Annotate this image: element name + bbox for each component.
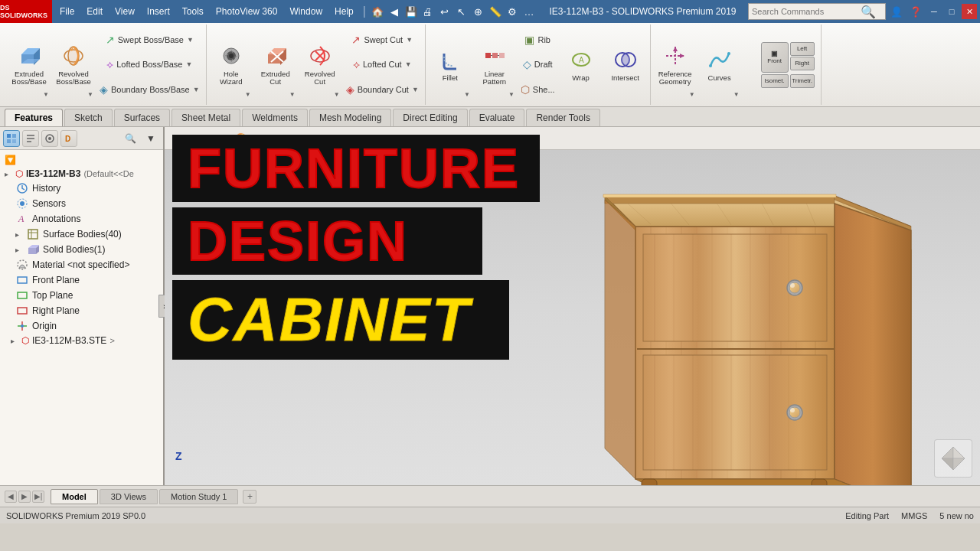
revolved-boss-btn[interactable]: RevolvedBoss/Base ▼ [52,31,95,99]
menu-insert[interactable]: Insert [141,0,176,23]
fillet-arrow[interactable]: ▼ [464,91,470,98]
swept-boss-btn[interactable]: ↗ Swept Boss/Base ▼ [96,29,203,51]
nav-next-btn[interactable]: ▶ [18,491,31,503]
cursor-btn[interactable]: ↖ [453,4,470,19]
gear-btn[interactable]: ⚙ [504,4,521,19]
tree-item-history[interactable]: History [0,181,163,196]
boundary-cut-arrow[interactable]: ▼ [412,86,419,93]
orientation-cube[interactable] [934,439,972,478]
tab-sketch[interactable]: Sketch [64,109,113,126]
extrude-dropdown[interactable]: ▼ [43,91,49,98]
undo-btn[interactable]: ↩ [436,4,453,19]
vp-more-btn[interactable]: … [276,130,293,147]
dots-btn[interactable]: … [521,4,537,19]
fillet-btn[interactable]: Fillet ▼ [429,31,472,99]
linear-pattern-arrow[interactable]: ▼ [508,91,514,98]
help-btn[interactable]: ❓ [907,4,924,19]
hole-wizard-btn[interactable]: HoleWizard ▼ [210,31,253,99]
tab-features[interactable]: Features [5,109,63,126]
boundary-boss-btn[interactable]: ◈ Boundary Boss/Base ▼ [96,79,203,100]
vp-zoom-fit-btn[interactable]: ⊡ [169,130,186,147]
sidebar-filter-btn[interactable]: ▼ [142,130,160,147]
menu-window[interactable]: Window [283,0,328,23]
tree-root-item[interactable]: ▸ ⬡ IE3-112M-B3 (Default<<De [0,167,163,181]
tree-item-origin[interactable]: Origin [0,318,163,334]
boundary-boss-arrow[interactable]: ▼ [193,86,200,93]
measure-btn[interactable]: 📏 [487,4,504,19]
back-btn[interactable]: ◀ [386,4,403,19]
rib-btn[interactable]: ▣ Rib [518,29,558,51]
tree-item-top-plane[interactable]: Top Plane [0,288,163,303]
tab-motion-study[interactable]: Motion Study 1 [159,489,238,504]
boundary-cut-btn[interactable]: ◈ Boundary Cut ▼ [343,79,422,100]
intersect-btn[interactable]: Intersect [604,31,647,99]
feature-tree-btn[interactable] [3,130,20,147]
tab-model[interactable]: Model [51,489,98,504]
hole-wizard-arrow[interactable]: ▼ [245,91,251,98]
swept-boss-arrow[interactable]: ▼ [187,36,194,44]
menu-file[interactable]: File [54,0,80,23]
step-expand[interactable]: ▸ [11,337,18,345]
tree-item-surface-bodies[interactable]: ▸ Surface Bodies(40) [0,227,163,242]
tab-direct-editing[interactable]: Direct Editing [393,109,467,126]
tree-item-front-plane[interactable]: Front Plane [0,272,163,288]
swept-cut-arrow[interactable]: ▼ [406,36,413,44]
vp-hide-show-btn[interactable]: 👁 [212,130,229,147]
root-expand[interactable]: ▸ [5,170,12,178]
curves-btn[interactable]: Curves ▼ [698,31,741,99]
reference-btn[interactable]: ReferenceGeometry ▼ [654,31,697,99]
revolve-cut-arrow[interactable]: ▼ [334,91,340,98]
lofted-boss-arrow[interactable]: ▼ [185,60,192,68]
menu-edit[interactable]: Edit [80,0,109,23]
view-right-btn[interactable]: Right [790,57,815,70]
vp-appearance-btn[interactable]: 🎨 [234,130,250,147]
minimize-btn[interactable]: ─ [926,4,942,19]
linear-pattern-btn[interactable]: LinearPattern ▼ [473,31,516,99]
lofted-cut-arrow[interactable]: ▼ [405,60,412,68]
user-btn[interactable]: 👤 [888,4,905,19]
curves-arrow[interactable]: ▼ [733,91,740,98]
view-front-btn[interactable]: ▣ Front [761,42,789,73]
draft-btn[interactable]: ◇ Draft [518,54,558,75]
tab-sheet-metal[interactable]: Sheet Metal [172,109,240,126]
menu-view[interactable]: View [109,0,141,23]
extruded-boss-btn[interactable]: ExtrudedBoss/Base ▼ [8,31,51,99]
solid-bodies-expand[interactable]: ▸ [15,246,23,254]
tree-item-solid-bodies[interactable]: ▸ Solid Bodies(1) [0,242,163,257]
wrap-btn[interactable]: A Wrap [560,31,603,99]
vp-view-settings-btn[interactable]: ◉ [191,130,207,147]
reference-arrow[interactable]: ▼ [689,91,695,98]
nav-end-btn[interactable]: ▶| [32,491,44,503]
tree-item-material[interactable]: Material <not specified> [0,257,163,272]
lofted-cut-btn[interactable]: ⟡ Lofted Cut ▼ [343,54,422,75]
tab-evaluate[interactable]: Evaluate [469,109,525,126]
tab-mesh-modeling[interactable]: Mesh Modeling [309,109,391,126]
swept-cut-btn[interactable]: ↗ Swept Cut ▼ [343,29,422,51]
print-btn[interactable]: 🖨 [420,4,436,19]
tab-weldments[interactable]: Weldments [242,109,308,126]
maximize-btn[interactable]: □ [944,4,959,19]
menu-tools[interactable]: Tools [176,0,210,23]
dimxpert-btn[interactable]: D [60,130,77,147]
surface-bodies-expand[interactable]: ▸ [15,230,23,239]
add-tab-btn[interactable]: + [243,490,256,504]
extruded-cut-btn[interactable]: ExtrudedCut ▼ [254,31,297,99]
tree-item-step[interactable]: ▸ ⬡ IE3-112M-B3.STE > [0,334,163,347]
search-bar[interactable]: 🔍 [748,3,886,20]
property-manager-btn[interactable] [22,130,39,147]
view-isometric-btn[interactable]: Isomet. [761,74,789,88]
save-btn[interactable]: 💾 [403,4,420,19]
vp-section-view-btn[interactable]: ⊞ [255,130,272,147]
tab-surfaces[interactable]: Surfaces [114,109,170,126]
lofted-boss-btn[interactable]: ⟡ Lofted Boss/Base ▼ [96,54,203,75]
menu-help[interactable]: Help [328,0,360,23]
tree-item-annotations[interactable]: A Annotations [0,211,163,227]
view-left-btn[interactable]: Left [790,42,815,56]
shell-btn[interactable]: ⬡ She... [518,79,558,100]
tab-render-tools[interactable]: Render Tools [526,109,600,126]
sidebar-search-btn[interactable]: 🔍 [121,130,139,147]
home-btn[interactable]: 🏠 [369,4,386,19]
target-btn[interactable]: ⊕ [470,4,487,19]
revolve-dropdown[interactable]: ▼ [87,91,93,98]
search-input[interactable] [752,7,859,16]
